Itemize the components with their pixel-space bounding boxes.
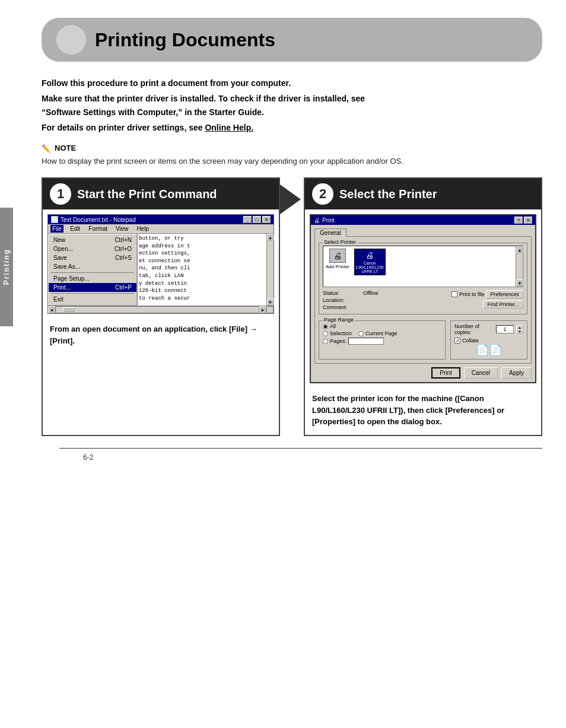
step1-box: 1 Start the Print Command 📄 Text Documen… bbox=[42, 177, 280, 436]
maximize-button[interactable]: □ bbox=[253, 216, 261, 223]
menu-edit[interactable]: Edit bbox=[68, 225, 82, 233]
notepad-title: Text Document.txt - Notepad bbox=[61, 217, 136, 223]
scroll-down-btn[interactable]: ▼ bbox=[267, 298, 274, 306]
canon-printer-name: CanonL90/L160/L230UFRII LT bbox=[356, 261, 384, 274]
pages-label: Pages: bbox=[330, 338, 346, 344]
step2-description: Select the printer icon for the machine … bbox=[310, 388, 536, 430]
copies-down-btn[interactable]: ▼ bbox=[516, 329, 523, 333]
page-range-label: Page Range bbox=[323, 317, 355, 323]
pages-radio[interactable] bbox=[323, 339, 328, 344]
selection-label: Selection bbox=[330, 330, 352, 336]
menu-exit[interactable]: Exit bbox=[49, 295, 136, 304]
side-tab: Printing bbox=[0, 208, 13, 326]
current-page-label: Current Page bbox=[365, 330, 398, 336]
scroll-thumb-h bbox=[63, 307, 75, 312]
preferences-button[interactable]: Preferences bbox=[486, 290, 523, 298]
location-key: Location: bbox=[323, 297, 358, 303]
step1-description: From an open document on an application,… bbox=[47, 319, 274, 349]
printer-list-area: 🖨 Add Printer 🖨 CanonL90/L160/L230UFRII … bbox=[323, 246, 523, 287]
page-number: 6-2 bbox=[83, 453, 93, 462]
minimize-button[interactable]: _ bbox=[243, 216, 252, 223]
menu-help[interactable]: Help bbox=[135, 225, 151, 233]
intro-line4: For details on printer driver settings, … bbox=[42, 121, 542, 134]
menu-save[interactable]: SaveCtrl+S bbox=[49, 253, 136, 262]
notepad-doc-icon: 📄 bbox=[51, 216, 58, 223]
collate-checkbox[interactable]: ✓ bbox=[454, 338, 460, 344]
all-radio-row: All bbox=[323, 323, 441, 329]
scroll-corner bbox=[266, 306, 274, 313]
dialog-question-btn[interactable]: ? bbox=[514, 217, 523, 224]
all-label: All bbox=[330, 323, 336, 329]
current-page-radio[interactable] bbox=[358, 331, 364, 336]
selection-radio-row: Selection Current Page bbox=[323, 330, 441, 336]
printer-scroll-down[interactable]: ▼ bbox=[516, 279, 523, 287]
step2-title: Select the Printer bbox=[339, 187, 437, 201]
print-dialog: 🖨 Print ? ✕ General Selec bbox=[310, 214, 536, 383]
notepad-window: 📄 Text Document.txt - Notepad _ □ ✕ File… bbox=[47, 214, 274, 314]
scroll-right-btn[interactable]: ► bbox=[259, 306, 266, 313]
step2-header: 2 Select the Printer bbox=[305, 179, 541, 209]
comment-row: Comment: bbox=[323, 304, 379, 310]
pages-input[interactable] bbox=[348, 338, 384, 345]
cancel-button[interactable]: Cancel bbox=[464, 367, 498, 379]
copies-input[interactable] bbox=[496, 325, 514, 333]
dialog-title-text: Print bbox=[322, 217, 335, 224]
notepad-menubar: File Edit Format View Help bbox=[48, 224, 274, 234]
notepad-scrollbar-v[interactable]: ▲ ▼ bbox=[266, 234, 274, 306]
notepad-bottom: ◄ ► bbox=[48, 306, 274, 313]
dialog-close-btn[interactable]: ✕ bbox=[524, 217, 532, 224]
page-footer: 6-2 bbox=[59, 448, 542, 462]
notepad-scrollbar-h[interactable] bbox=[55, 306, 259, 313]
step1-title: Start the Print Command bbox=[77, 187, 217, 201]
add-printer-icon: 🖨 bbox=[329, 249, 346, 263]
find-printer-button[interactable]: Find Printer... bbox=[483, 300, 523, 309]
selection-radio[interactable] bbox=[323, 331, 328, 336]
pages-radio-row: Pages: bbox=[323, 338, 441, 345]
menu-page-setup[interactable]: Page Setup... bbox=[49, 274, 136, 283]
menu-open[interactable]: Open...Ctrl+O bbox=[49, 244, 136, 253]
printer-list-scrollbar[interactable]: ▲ ▼ bbox=[516, 246, 523, 287]
copies-label: Number of copies: bbox=[454, 323, 494, 335]
close-button[interactable]: ✕ bbox=[262, 216, 271, 223]
note-icon: ✏️ bbox=[42, 144, 51, 153]
menu-print[interactable]: Print...Ctrl+P bbox=[49, 283, 136, 292]
dialog-titlebar: 🖨 Print ? ✕ bbox=[311, 215, 535, 225]
online-help-link[interactable]: Online Help. bbox=[205, 123, 253, 132]
notepad-text-area[interactable]: button, or try age address in t ection s… bbox=[137, 234, 266, 306]
menu-view[interactable]: View bbox=[114, 225, 131, 233]
dialog-body: General Select Printer 🖨 Add Printer bbox=[311, 225, 535, 382]
menu-save-as[interactable]: Save As... bbox=[49, 262, 136, 271]
canon-printer-item[interactable]: 🖨 CanonL90/L160/L230UFRII LT bbox=[354, 249, 386, 275]
all-radio[interactable] bbox=[323, 324, 328, 329]
print-to-file-checkbox[interactable] bbox=[451, 291, 457, 297]
dialog-tab-general[interactable]: General bbox=[314, 228, 346, 237]
printer-scroll-up[interactable]: ▲ bbox=[516, 246, 523, 253]
scroll-left-btn[interactable]: ◄ bbox=[48, 306, 55, 313]
copies-spinners: ▲ ▼ bbox=[516, 325, 523, 333]
dialog-buttons: Print Cancel Apply bbox=[314, 367, 532, 379]
print-to-file-row: Print to file Preferences bbox=[451, 290, 523, 298]
collate-row: ✓ Collate bbox=[454, 338, 523, 344]
steps-container: 1 Start the Print Command 📄 Text Documen… bbox=[42, 177, 542, 436]
note-section: ✏️ NOTE bbox=[42, 144, 542, 153]
printer-icon-small: 🖨 bbox=[314, 217, 320, 224]
file-menu-dropdown: NewCtrl+N Open...Ctrl+O SaveCtrl+S Save … bbox=[48, 234, 137, 306]
menu-format[interactable]: Format bbox=[87, 225, 109, 233]
step1-header: 1 Start the Print Command bbox=[43, 179, 279, 209]
menu-sep1 bbox=[51, 272, 134, 273]
notepad-text-content: button, or try age address in t ection s… bbox=[139, 235, 265, 302]
location-row: Location: bbox=[323, 297, 379, 303]
add-printer-item[interactable]: 🖨 Add Printer bbox=[326, 249, 349, 269]
menu-file[interactable]: File bbox=[50, 225, 63, 233]
menu-new[interactable]: NewCtrl+N bbox=[49, 236, 136, 244]
add-printer-label: Add Printer bbox=[326, 264, 349, 269]
canon-printer-icon: 🖨 bbox=[365, 250, 374, 260]
step1-number: 1 bbox=[50, 183, 71, 205]
comment-key: Comment: bbox=[323, 304, 358, 310]
copies-section: Number of copies: ▲ ▼ bbox=[450, 320, 527, 360]
scroll-up-btn[interactable]: ▲ bbox=[267, 234, 274, 241]
print-button[interactable]: Print bbox=[431, 367, 460, 379]
apply-button[interactable]: Apply bbox=[501, 367, 532, 379]
notepad-body: NewCtrl+N Open...Ctrl+O SaveCtrl+S Save … bbox=[48, 234, 274, 306]
copies-up-btn[interactable]: ▲ bbox=[516, 325, 523, 329]
